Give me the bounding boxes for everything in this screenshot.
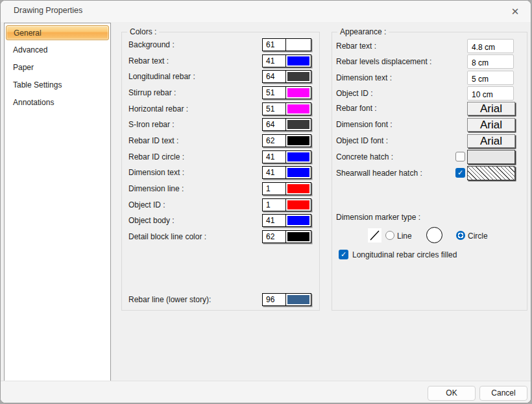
color-row-5-label: S-Iron rebar : [128, 120, 175, 129]
color-row-3-swatch[interactable]: 51 [262, 86, 311, 99]
color-row-4-label: Horizontal rebar : [128, 104, 188, 113]
color-row-7-swatch[interactable]: 41 [262, 150, 311, 163]
color-row-5-color-chip [287, 120, 309, 129]
drawing-properties-dialog: Drawing Properties ✕ GeneralAdvancedPape… [0, 0, 531, 403]
rebar-line-lower-story-swatch[interactable]: 96 [262, 293, 311, 306]
color-row-6-value[interactable]: 62 [263, 135, 286, 147]
color-row-2-swatch[interactable]: 64 [262, 70, 311, 83]
longitudinal-rebar-circles-filled-checkbox[interactable]: ✓ [339, 250, 348, 259]
color-row-12-value[interactable]: 62 [263, 231, 286, 243]
hatch-label-0: Concrete hatch : [336, 152, 393, 161]
window-title: Drawing Properties [14, 6, 82, 15]
cancel-button[interactable]: Cancel [479, 386, 527, 401]
color-row-6-color-chip [287, 136, 309, 145]
appearance-text-label-2: Dimension text : [336, 73, 392, 82]
color-row-0-color-chip [287, 40, 309, 49]
font-button-2[interactable]: Arial [467, 134, 515, 148]
color-row-2-label: Longitudinal rebar : [128, 72, 195, 81]
line-marker-icon [368, 228, 381, 243]
appearance-group-title: Appearance : [337, 27, 389, 36]
rebar-line-lower-story-color-chip [287, 295, 309, 304]
color-row-9-label: Dimension line : [128, 184, 184, 193]
circle-radio-label[interactable]: Circle [468, 232, 488, 241]
appearance-text-label-0: Rebar text : [336, 42, 376, 51]
line-radio-label[interactable]: Line [397, 232, 412, 241]
color-row-10-label: Object ID : [128, 200, 165, 209]
sidebar-nav: GeneralAdvancedPaperTable SettingsAnnota… [4, 23, 111, 381]
color-row-1-swatch[interactable]: 41 [262, 54, 311, 67]
line-radio[interactable] [385, 231, 394, 240]
font-button-1[interactable]: Arial [467, 118, 515, 132]
color-row-1-value[interactable]: 41 [263, 55, 286, 67]
color-row-11-label: Object body : [128, 216, 175, 225]
color-row-7-label: Rebar ID circle : [128, 152, 184, 161]
close-icon[interactable]: ✕ [507, 4, 523, 19]
color-row-7-value[interactable]: 41 [263, 151, 286, 163]
titlebar: Drawing Properties ✕ [1, 1, 531, 22]
longitudinal-rebar-circles-filled-label[interactable]: Longitudinal rebar circles filled [352, 250, 457, 259]
color-row-9-value[interactable]: 1 [263, 183, 286, 195]
font-label-1: Dimension font : [336, 120, 393, 129]
color-row-12-label: Detail block line color : [128, 232, 206, 241]
sidebar-item-advanced[interactable]: Advanced [6, 43, 109, 58]
rebar-line-lower-story-label: Rebar line (lower story): [128, 295, 211, 304]
hatch-checkbox-1[interactable]: ✓ [455, 168, 465, 178]
rebar-line-lower-story-value[interactable]: 96 [263, 294, 286, 305]
sidebar-item-annotations[interactable]: Annotations [6, 95, 109, 110]
color-row-8-color-chip [287, 168, 309, 177]
font-label-0: Rebar font : [336, 104, 377, 113]
sidebar-item-paper[interactable]: Paper [6, 60, 109, 75]
color-row-2-value[interactable]: 64 [263, 71, 286, 82]
hatch-swatch-1[interactable] [467, 166, 515, 180]
color-row-11-value[interactable]: 41 [263, 215, 286, 226]
appearance-input-2[interactable] [467, 71, 514, 85]
color-row-6-swatch[interactable]: 62 [262, 134, 311, 147]
color-row-5-value[interactable]: 64 [263, 119, 286, 130]
color-row-11-color-chip [287, 216, 309, 225]
sidebar-item-table-settings[interactable]: Table Settings [6, 78, 109, 93]
color-row-4-value[interactable]: 51 [263, 103, 286, 115]
circle-radio[interactable] [456, 231, 465, 240]
color-row-10-color-chip [287, 200, 309, 209]
color-row-8-value[interactable]: 41 [263, 167, 286, 178]
hatch-swatch-0[interactable] [467, 150, 515, 164]
appearance-input-3[interactable] [467, 86, 514, 101]
colors-group-title: Colors : [127, 27, 159, 36]
sidebar-item-general[interactable]: General [6, 25, 109, 40]
color-row-9-swatch[interactable]: 1 [262, 182, 311, 195]
color-row-4-color-chip [287, 104, 309, 113]
font-label-2: Object ID font : [336, 136, 388, 145]
hatch-checkbox-0[interactable] [455, 152, 465, 161]
ok-button[interactable]: OK [428, 386, 476, 401]
color-row-0-swatch[interactable]: 61 [262, 38, 311, 51]
color-row-1-color-chip [287, 56, 309, 65]
appearance-input-1[interactable] [467, 54, 514, 69]
color-row-8-swatch[interactable]: 41 [262, 166, 311, 179]
colors-groupbox: Colors : Background :61Rebar text :41Lon… [121, 32, 320, 311]
appearance-groupbox: Appearance : Dimension marker type : Lin… [332, 32, 527, 311]
circle-marker-icon [426, 227, 442, 243]
dimension-marker-type-label: Dimension marker type : [336, 213, 420, 222]
color-row-2-color-chip [287, 72, 309, 81]
font-button-0[interactable]: Arial [467, 102, 515, 115]
color-row-0-value[interactable]: 61 [263, 39, 286, 51]
color-row-10-swatch[interactable]: 1 [262, 198, 311, 211]
color-row-4-swatch[interactable]: 51 [262, 102, 311, 115]
color-row-3-color-chip [287, 88, 309, 97]
color-row-12-color-chip [287, 232, 309, 241]
color-row-8-label: Dimension text : [128, 168, 184, 177]
color-row-5-swatch[interactable]: 64 [262, 118, 311, 131]
color-row-10-value[interactable]: 1 [263, 199, 286, 211]
color-row-9-color-chip [287, 184, 309, 193]
color-row-7-color-chip [287, 152, 309, 161]
appearance-text-label-1: Rebar levels displacement : [336, 57, 431, 66]
appearance-input-0[interactable] [467, 39, 514, 53]
color-row-6-label: Rebar ID text : [128, 136, 178, 145]
color-row-3-value[interactable]: 51 [263, 87, 286, 99]
color-row-0-label: Background : [128, 40, 175, 49]
appearance-text-label-3: Object ID : [336, 89, 373, 98]
color-row-12-swatch[interactable]: 62 [262, 230, 311, 243]
hatch-label-1: Shearwall header hatch : [336, 169, 422, 178]
color-row-1-label: Rebar text : [128, 56, 169, 65]
color-row-11-swatch[interactable]: 41 [262, 214, 311, 227]
